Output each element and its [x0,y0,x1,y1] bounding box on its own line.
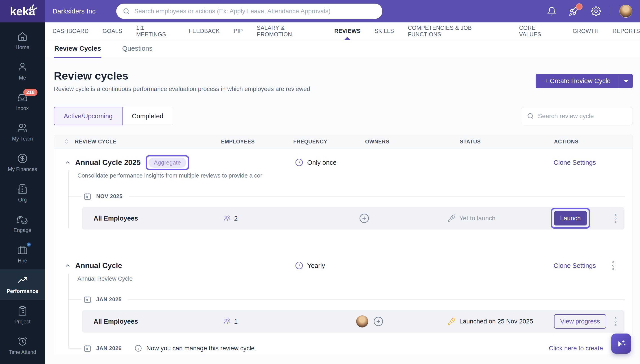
calendar-icon [83,344,92,352]
period-month: JAN 2025 [96,296,122,302]
performance-icon [17,275,28,286]
view-progress-button[interactable]: View progress [554,314,606,328]
global-search[interactable] [116,4,382,19]
global-search-input[interactable] [134,8,376,15]
filter-active-upcoming[interactable]: Active/Upcoming [54,107,123,125]
logo-spark-icon [28,4,37,11]
click-here-to-create-link[interactable]: Click here to create [549,345,603,352]
finances-icon [17,153,28,164]
period-row-nov-2025: NOV 2025 [54,190,632,202]
employee-count: 2 [234,215,238,222]
tab-feedback[interactable]: FEEDBACK [189,22,220,40]
tab-goals[interactable]: GOALS [103,22,122,40]
create-review-cycle-button[interactable]: + Create Review Cycle [536,74,619,88]
ai-assistant-fab[interactable] [611,334,631,354]
expand-collapse-all-icon[interactable] [64,138,69,144]
employee-group-name: All Employees [94,310,138,332]
settings-gear-icon[interactable] [591,6,601,16]
sidebar-item-project[interactable]: Project [0,300,45,330]
kebab-menu-icon[interactable] [614,317,617,326]
cycle-description: Consolidate performance insights from mu… [77,172,632,181]
notification-dot [576,3,582,10]
rocket-icon [447,317,456,326]
clone-settings-link[interactable]: Clone Settings [554,154,596,171]
launch-button[interactable]: Launch [554,211,587,226]
sidebar-item-my-finances[interactable]: My Finances [0,148,45,178]
sidebar-item-home[interactable]: Home [0,26,45,56]
sidebar-item-inbox[interactable]: 218 Inbox [0,86,45,117]
collapse-chevron-icon[interactable] [64,159,71,166]
page-subtitle: Review cycle is a continuous performance… [54,86,310,92]
search-icon [527,112,534,120]
tab-core-values[interactable]: CORE VALUES [519,22,559,40]
col-review-cycle: REVIEW CYCLE [75,135,116,148]
period-month: JAN 2026 [96,345,122,352]
info-icon [134,344,142,352]
tab-salary-promotion[interactable]: SALARY & PROMOTION [257,22,320,40]
hire-icon [17,245,28,255]
cycle-description: Annual Review Cycle [77,275,632,284]
create-review-cycle-dropdown[interactable] [619,74,633,88]
review-cycle-search[interactable] [521,107,633,125]
tab-competencies-job-functions[interactable]: COMPETENCIES & JOB FUNCTIONS [408,22,505,40]
sidebar-item-org[interactable]: Org [0,178,45,208]
inbox-count-badge: 218 [23,89,38,96]
sidebar-item-my-team[interactable]: My Team [0,117,45,148]
subtab-review-cycles[interactable]: Review Cycles [54,40,101,58]
tab-reports[interactable]: REPORTS [612,22,640,40]
search-icon [123,8,130,15]
tab-reviews[interactable]: REVIEWS [334,22,361,40]
clock-icon [295,261,304,270]
calendar-icon [83,192,92,200]
sidebar-item-engage[interactable]: Engage [0,208,45,239]
whats-new-rocket-icon[interactable] [569,6,579,16]
period-divider [128,300,624,300]
calendar-icon [83,295,92,304]
period-month: NOV 2025 [96,193,123,200]
company-name: Darksiders Inc [53,8,96,15]
period-note: Now you can manage this review cycle. [146,345,256,352]
employee-count: 1 [234,318,238,325]
topbar-divider [610,6,610,16]
tab-pip[interactable]: PIP [234,22,243,40]
sidebar-item-performance[interactable]: Performance [0,270,45,300]
col-owners: OWNERS [365,135,389,148]
owner-avatar[interactable] [356,315,368,328]
project-icon [17,306,28,316]
notifications-bell-icon[interactable] [547,6,556,16]
cycle-name: Annual Cycle 2025 [75,158,141,167]
collapse-chevron-icon[interactable] [64,262,71,269]
period-card: All Employees 1 Launched on 25 Nov 2025 [82,310,624,332]
user-icon [17,62,28,72]
period-row-jan-2026: JAN 2026 Now you can manage this review … [54,342,632,354]
period-status: Yet to launch [459,215,496,222]
aggregate-badge: Aggregate [149,158,186,168]
clone-settings-link[interactable]: Clone Settings [554,257,596,274]
sidebar-item-me[interactable]: Me [0,56,45,86]
tab-growth[interactable]: GROWTH [573,22,599,40]
period-status: Launched on 25 Nov 2025 [459,318,533,325]
tab-1-1-meetings[interactable]: 1:1 MEETINGS [136,22,175,40]
clock-icon [295,158,304,167]
review-cycle-search-input[interactable] [538,112,627,120]
rocket-icon [447,214,456,222]
engage-icon [17,214,28,224]
col-status: STATUS [460,135,481,148]
keka-logo[interactable]: keka [0,0,45,22]
user-avatar[interactable] [619,5,632,18]
org-icon [17,184,28,194]
tab-skills[interactable]: SKILLS [374,22,394,40]
tab-dashboard[interactable]: DASHBOARD [53,22,89,40]
reviews-subnav: Review Cycles Questions [45,40,640,58]
add-owner-button[interactable] [373,316,383,326]
kebab-menu-icon[interactable] [612,261,615,270]
sidebar-item-time-attend[interactable]: Time Attend [0,330,45,361]
add-owner-button[interactable] [359,213,369,224]
kebab-menu-icon[interactable] [614,214,617,223]
cycle-frequency: Yearly [307,262,325,270]
tree-connector [68,274,69,348]
subtab-questions[interactable]: Questions [122,40,153,58]
sidebar-item-hire[interactable]: Hire [0,239,45,270]
filter-completed[interactable]: Completed [123,107,173,125]
cycle-name: Annual Cycle [75,261,122,270]
